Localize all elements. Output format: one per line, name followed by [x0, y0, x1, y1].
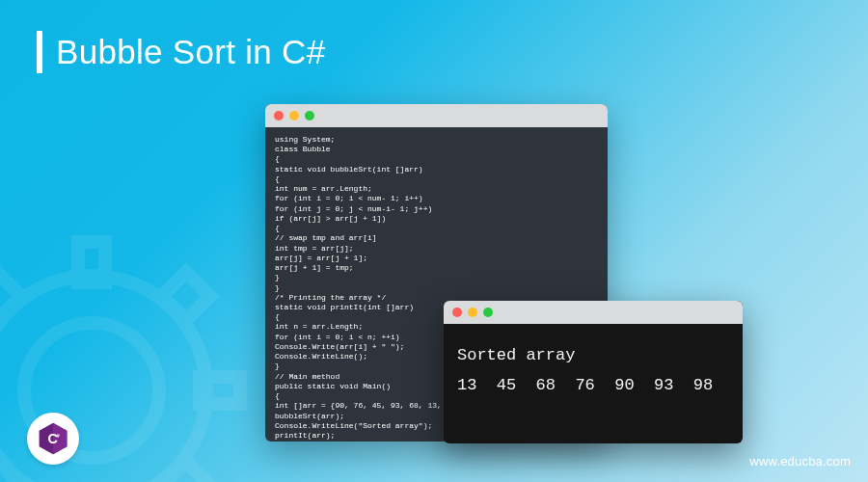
watermark-text: www.educba.com: [749, 454, 851, 469]
terminal-line-1: Sorted array: [457, 346, 575, 364]
maximize-icon: [483, 308, 493, 317]
csharp-logo-badge: C #: [27, 413, 79, 465]
svg-rect-7: [162, 272, 209, 319]
maximize-icon: [305, 111, 314, 120]
minimize-icon: [289, 111, 299, 120]
csharp-logo-icon: C #: [36, 421, 70, 456]
terminal-line-2: 13 45 68 76 90 93 98: [457, 376, 713, 394]
window-titlebar: [265, 104, 608, 127]
page-title: Bubble Sort in C#: [56, 33, 325, 71]
window-titlebar: [444, 301, 743, 324]
svg-rect-5: [200, 377, 240, 404]
terminal-window: Sorted array 13 45 68 76 90 93 98: [444, 301, 743, 443]
svg-rect-9: [162, 461, 209, 482]
title-accent-bar: [37, 31, 42, 73]
minimize-icon: [468, 308, 477, 317]
terminal-output: Sorted array 13 45 68 76 90 93 98: [444, 324, 743, 417]
svg-rect-6: [0, 272, 21, 319]
svg-rect-2: [78, 242, 105, 282]
close-icon: [452, 308, 462, 317]
page-header: Bubble Sort in C#: [0, 0, 868, 73]
close-icon: [274, 111, 284, 120]
